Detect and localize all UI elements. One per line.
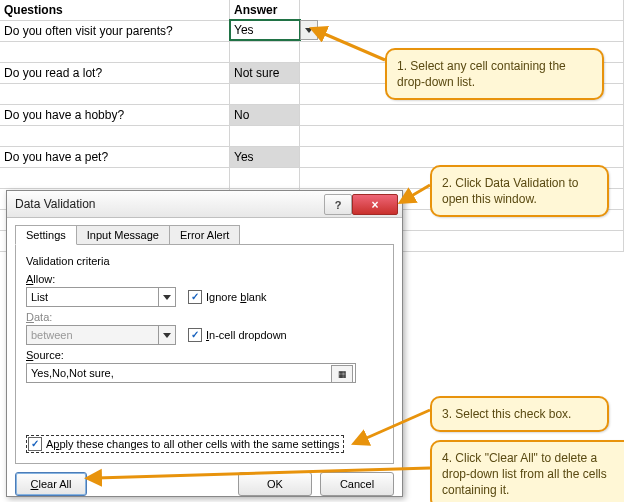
range-picker-icon[interactable]: ▦ [331, 365, 353, 383]
question-cell[interactable]: Do you have a hobby? [0, 105, 230, 125]
close-button[interactable]: × [352, 194, 398, 215]
data-combo: between [26, 325, 176, 345]
data-label: Data: [26, 311, 383, 323]
validation-criteria-label: Validation criteria [26, 255, 383, 267]
selected-cell[interactable]: Yes [229, 19, 301, 41]
header-questions: Questions [0, 0, 230, 20]
cancel-button[interactable]: Cancel [320, 472, 394, 496]
tab-input-message[interactable]: Input Message [76, 225, 170, 245]
header-answer: Answer [230, 0, 300, 20]
callout-2: 2. Click Data Validation to open this wi… [430, 165, 609, 217]
apply-all-cells-checkbox[interactable] [28, 437, 42, 451]
answer-cell[interactable]: No [230, 105, 300, 125]
dialog-titlebar[interactable]: Data Validation ? × [7, 191, 402, 218]
incell-dropdown-checkbox[interactable] [188, 328, 202, 342]
settings-panel: Validation criteria Allow: List Ignore b… [15, 244, 394, 464]
dropdown-arrow-icon[interactable] [300, 20, 318, 40]
source-value: Yes,No,Not sure, [31, 367, 114, 379]
dialog-tabs: Settings Input Message Error Alert [15, 224, 394, 244]
data-validation-dialog: Data Validation ? × Settings Input Messa… [6, 190, 403, 497]
callout-4: 4. Click "Clear All" to delete a drop-do… [430, 440, 624, 502]
chevron-down-icon [158, 326, 175, 344]
ignore-blank-label: Ignore blank [206, 289, 267, 305]
ignore-blank-checkbox[interactable] [188, 290, 202, 304]
allow-label: Allow: [26, 273, 383, 285]
apply-all-cells-checkbox-row[interactable]: Apply these changes to all other cells w… [26, 435, 344, 453]
question-cell[interactable]: Do you have a pet? [0, 147, 230, 167]
question-cell[interactable]: Do you often visit your parents? [0, 21, 230, 41]
chevron-down-icon [158, 288, 175, 306]
answer-cell[interactable]: Yes [230, 147, 300, 167]
allow-value: List [31, 291, 48, 303]
help-button[interactable]: ? [324, 194, 352, 215]
clear-all-button[interactable]: Clear All [15, 472, 87, 496]
allow-combo[interactable]: List [26, 287, 176, 307]
apply-all-cells-label: Apply these changes to all other cells w… [46, 438, 340, 450]
callout-1: 1. Select any cell containing the drop-d… [385, 48, 604, 100]
question-cell[interactable]: Do you read a lot? [0, 63, 230, 83]
incell-dropdown-label: In-cell dropdown [206, 327, 287, 343]
data-value: between [31, 329, 73, 341]
answer-cell[interactable]: Not sure [230, 63, 300, 83]
source-input[interactable]: Yes,No,Not sure, ▦ [26, 363, 356, 383]
ok-button[interactable]: OK [238, 472, 312, 496]
source-label: Source: [26, 349, 383, 361]
dialog-title: Data Validation [15, 197, 96, 211]
callout-3: 3. Select this check box. [430, 396, 609, 432]
tab-error-alert[interactable]: Error Alert [169, 225, 241, 245]
tab-settings[interactable]: Settings [15, 225, 77, 245]
